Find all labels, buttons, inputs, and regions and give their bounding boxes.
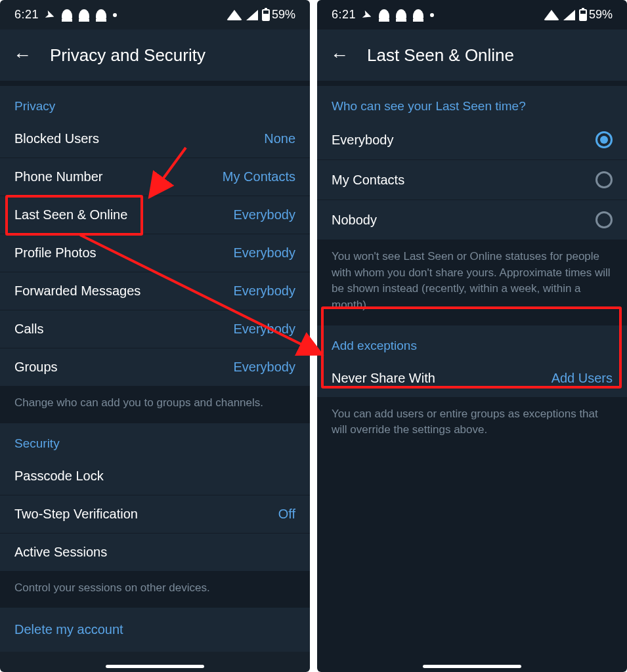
row-last-seen[interactable]: Last Seen & Online Everybody bbox=[0, 196, 310, 234]
notification-dot-icon bbox=[113, 13, 117, 17]
battery-indicator: 59% bbox=[262, 8, 295, 22]
battery-percent: 59% bbox=[589, 8, 613, 22]
snapchat-icon bbox=[79, 9, 89, 21]
app-header: ← Last Seen & Online bbox=[317, 30, 627, 81]
nav-gesture-bar[interactable] bbox=[106, 665, 204, 668]
radio-icon bbox=[595, 171, 613, 188]
radio-icon bbox=[595, 131, 613, 148]
row-value: Everybody bbox=[234, 245, 296, 261]
row-never-share[interactable]: Never Share With Add Users bbox=[317, 360, 627, 397]
row-forwarded-messages[interactable]: Forwarded Messages Everybody bbox=[0, 272, 310, 310]
option-label: Nobody bbox=[332, 213, 377, 228]
snapchat-icon bbox=[396, 9, 406, 21]
telegram-plane-icon: ➤ bbox=[360, 7, 375, 24]
nav-gesture-bar[interactable] bbox=[423, 665, 521, 668]
cell-signal-icon bbox=[563, 10, 575, 20]
cell-signal-icon bbox=[246, 10, 258, 20]
row-value: Add Users bbox=[551, 371, 613, 386]
row-label: Active Sessions bbox=[14, 545, 107, 560]
status-bar: 6:21 ➤ 59% bbox=[0, 0, 310, 30]
section-header-exceptions: Add exceptions bbox=[317, 326, 627, 360]
phone-last-seen: 6:21 ➤ 59% ← Last Seen & Online Who can bbox=[317, 0, 627, 672]
option-label: My Contacts bbox=[332, 173, 404, 188]
row-value: Everybody bbox=[234, 284, 296, 299]
radio-icon bbox=[595, 211, 613, 228]
telegram-plane-icon: ➤ bbox=[43, 7, 58, 24]
row-value: Off bbox=[278, 507, 295, 522]
row-phone-number[interactable]: Phone Number My Contacts bbox=[0, 158, 310, 196]
option-label: Everybody bbox=[332, 133, 394, 148]
section-header-who: Who can see your Last Seen time? bbox=[317, 86, 627, 120]
sessions-note: Control your sessions on other devices. bbox=[0, 571, 310, 608]
row-profile-photos[interactable]: Profile Photos Everybody bbox=[0, 234, 310, 272]
row-label: Phone Number bbox=[14, 169, 103, 184]
row-groups[interactable]: Groups Everybody bbox=[0, 348, 310, 386]
snapchat-icon bbox=[62, 9, 72, 21]
row-label: Last Seen & Online bbox=[14, 207, 127, 222]
back-arrow-icon[interactable]: ← bbox=[330, 45, 349, 66]
delete-account-link[interactable]: Delete my account bbox=[0, 608, 310, 652]
snapchat-icon bbox=[379, 9, 389, 21]
battery-percent: 59% bbox=[272, 8, 295, 22]
app-header: ← Privacy and Security bbox=[0, 30, 310, 81]
row-passcode-lock[interactable]: Passcode Lock bbox=[0, 457, 310, 495]
back-arrow-icon[interactable]: ← bbox=[13, 45, 32, 66]
page-title: Last Seen & Online bbox=[367, 45, 514, 66]
row-label: Never Share With bbox=[332, 371, 435, 386]
battery-icon bbox=[262, 9, 270, 21]
row-active-sessions[interactable]: Active Sessions bbox=[0, 534, 310, 571]
section-header-security: Security bbox=[0, 423, 310, 457]
groups-note: Change who can add you to groups and cha… bbox=[0, 386, 310, 423]
wifi-icon bbox=[544, 10, 559, 20]
radio-nobody[interactable]: Nobody bbox=[317, 200, 627, 240]
row-label: Two-Step Verification bbox=[14, 507, 138, 522]
row-calls[interactable]: Calls Everybody bbox=[0, 310, 310, 348]
battery-indicator: 59% bbox=[579, 8, 613, 22]
page-title: Privacy and Security bbox=[50, 45, 205, 66]
row-value: None bbox=[264, 131, 295, 146]
row-two-step[interactable]: Two-Step Verification Off bbox=[0, 495, 310, 534]
row-value: Everybody bbox=[234, 360, 296, 375]
row-label: Passcode Lock bbox=[14, 469, 104, 484]
row-label: Forwarded Messages bbox=[14, 284, 141, 299]
wifi-icon bbox=[227, 10, 242, 20]
row-value: Everybody bbox=[234, 322, 296, 337]
notification-dot-icon bbox=[430, 13, 434, 17]
row-value: Everybody bbox=[234, 207, 296, 222]
snapchat-icon bbox=[413, 9, 423, 21]
section-header-privacy: Privacy bbox=[0, 86, 310, 120]
status-time: 6:21 bbox=[14, 8, 39, 22]
row-label: Blocked Users bbox=[14, 131, 99, 146]
exceptions-note: You can add users or entire groups as ex… bbox=[317, 397, 627, 450]
row-value: My Contacts bbox=[223, 169, 295, 184]
radio-my-contacts[interactable]: My Contacts bbox=[317, 160, 627, 200]
status-bar: 6:21 ➤ 59% bbox=[317, 0, 627, 30]
row-label: Profile Photos bbox=[14, 245, 97, 261]
phone-privacy-security: 6:21 ➤ 59% ← Privacy and Security Priva bbox=[0, 0, 310, 672]
battery-icon bbox=[579, 9, 587, 21]
snapchat-icon bbox=[96, 9, 106, 21]
radio-everybody[interactable]: Everybody bbox=[317, 120, 627, 160]
who-note: You won't see Last Seen or Online status… bbox=[317, 240, 627, 326]
row-blocked-users[interactable]: Blocked Users None bbox=[0, 120, 310, 158]
row-label: Calls bbox=[14, 322, 43, 337]
status-time: 6:21 bbox=[332, 8, 356, 22]
row-label: Groups bbox=[14, 360, 58, 375]
